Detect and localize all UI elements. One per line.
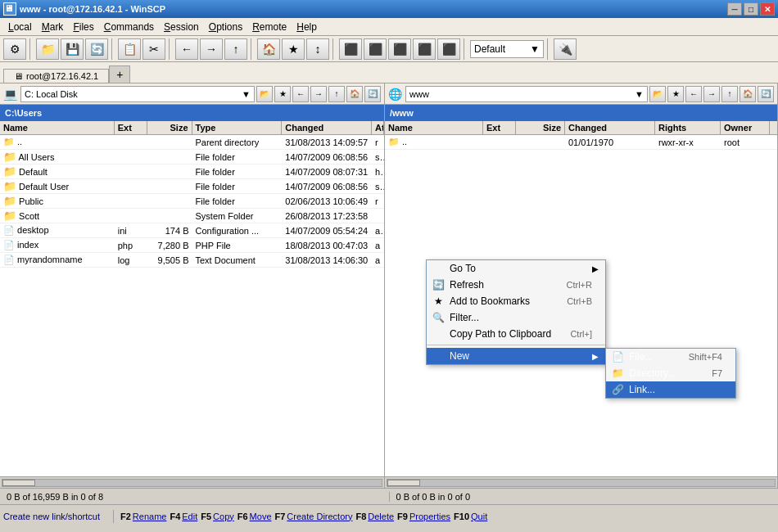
left-panel-refresh-btn[interactable]: 🔄 — [364, 86, 381, 102]
left-status: 0 B of 16,959 B in 0 of 8 — [0, 492, 390, 502]
refresh-icon: 🔄 — [432, 278, 445, 291]
left-file-row-public[interactable]: 📁 Public File folder 02/06/2013 10:06:49… — [0, 194, 384, 209]
ctx-copy-path[interactable]: Copy Path to Clipboard Ctrl+] — [427, 326, 605, 342]
toolbar-filter1[interactable]: ⬛ — [339, 38, 362, 60]
toolbar-move[interactable]: ✂ — [142, 38, 165, 60]
toolbar-open-dir[interactable]: 📁 — [36, 38, 59, 60]
f10-quit-btn[interactable]: F10 Quit — [454, 512, 487, 521]
left-scrollbar-thumb[interactable] — [2, 480, 35, 486]
left-file-list[interactable]: Name Ext Size Type Changed At 📁 .. Paren… — [0, 121, 384, 476]
toolbar-protocol-dropdown[interactable]: Default ▼ — [470, 40, 544, 58]
toolbar-copy[interactable]: 📋 — [118, 38, 141, 60]
left-file-row-scott[interactable]: 📁 Scott System Folder 26/08/2013 17:23:5… — [0, 209, 384, 223]
left-col-type[interactable]: Type — [192, 121, 283, 134]
toolbar-sort[interactable]: ↕ — [306, 38, 329, 60]
f5-copy-btn[interactable]: F5 Copy — [201, 512, 234, 521]
toolbar-home[interactable]: 🏠 — [257, 38, 280, 60]
toolbar-filter5[interactable]: ⬛ — [437, 38, 460, 60]
maximize-button[interactable]: □ — [744, 2, 758, 16]
left-file-row-parent[interactable]: 📁 .. Parent directory 31/08/2013 14:09:5… — [0, 135, 384, 150]
f4-edit-btn[interactable]: F4 Edit — [170, 512, 197, 521]
menu-mark[interactable]: Mark — [37, 20, 69, 34]
left-scrollbar-track[interactable] — [2, 479, 382, 487]
toolbar-filter4[interactable]: ⬛ — [413, 38, 436, 60]
right-panel-back-btn[interactable]: ← — [685, 86, 702, 102]
left-file-row-index-php[interactable]: 📄 index php 7,280 B PHP File 18/08/2013 … — [0, 238, 384, 253]
left-col-changed[interactable]: Changed — [282, 121, 372, 134]
left-col-ext[interactable]: Ext — [115, 121, 147, 134]
toolbar-filter2[interactable]: ⬛ — [364, 38, 387, 60]
ctx-refresh[interactable]: 🔄 Refresh Ctrl+R — [427, 277, 605, 293]
left-panel-bookmark-btn[interactable]: ★ — [274, 86, 291, 102]
left-file-row-myrandomname-log[interactable]: 📄 myrandomname log 9,505 B Text Document… — [0, 253, 384, 268]
toolbar-bookmark[interactable]: ★ — [282, 38, 305, 60]
ctx-bookmarks[interactable]: ★ Add to Bookmarks Ctrl+B — [427, 293, 605, 309]
toolbar-back[interactable]: ← — [175, 38, 198, 60]
f8-delete-btn[interactable]: F8 Delete — [355, 512, 394, 521]
right-panel-home-btn[interactable]: 🏠 — [740, 86, 756, 102]
left-file-row-desktop-ini[interactable]: 📄 desktop ini 174 B Configuration ... 14… — [0, 223, 384, 238]
right-panel-path-dropdown[interactable]: www ▼ — [405, 86, 648, 102]
right-col-owner[interactable]: Owner — [721, 121, 770, 134]
toolbar-save[interactable]: 💾 — [61, 38, 84, 60]
menu-session[interactable]: Session — [159, 20, 204, 34]
right-panel-open-btn[interactable]: 📂 — [649, 86, 666, 102]
left-panel-forward-btn[interactable]: → — [310, 86, 327, 102]
left-file-row-allusers[interactable]: 📁 All Users File folder 14/07/2009 06:08… — [0, 150, 384, 165]
menu-help[interactable]: Help — [292, 20, 322, 34]
right-panel-refresh-btn[interactable]: 🔄 — [758, 86, 774, 102]
right-file-row-parent[interactable]: 📁 .. 01/01/1970 rwxr-xr-x root — [385, 135, 777, 150]
left-file-list-content: 📁 .. Parent directory 31/08/2013 14:09:5… — [0, 135, 384, 472]
right-col-size[interactable]: Size — [516, 121, 565, 134]
left-panel-home-btn[interactable]: 🏠 — [346, 86, 363, 102]
tab-session-1[interactable]: 🖥 root@172.16.42.1 — [3, 69, 109, 83]
ctx-new[interactable]: New 📄 File... Shift+F4 📁 Directory... F7… — [427, 348, 605, 364]
menu-local[interactable]: Local — [3, 20, 37, 34]
right-col-name[interactable]: Name — [385, 121, 483, 134]
right-col-rights[interactable]: Rights — [655, 121, 721, 134]
menu-options[interactable]: Options — [204, 20, 247, 34]
left-col-name[interactable]: Name — [0, 121, 115, 134]
right-col-ext[interactable]: Ext — [483, 121, 516, 134]
f7-createdir-btn[interactable]: F7 Create Directory — [275, 512, 353, 521]
left-file-row-default[interactable]: 📁 Default File folder 14/07/2009 08:07:3… — [0, 165, 384, 179]
left-panel-path-dropdown[interactable]: C: Local Disk ▼ — [20, 86, 255, 102]
menu-commands[interactable]: Commands — [99, 20, 159, 34]
toolbar-refresh[interactable]: 🔄 — [85, 38, 108, 60]
toolbar-filter3[interactable]: ⬛ — [388, 38, 411, 60]
left-col-attr[interactable]: At — [372, 121, 384, 134]
tab-add-button[interactable]: + — [109, 65, 130, 83]
left-panel-back-btn[interactable]: ← — [292, 86, 309, 102]
f2-rename-btn[interactable]: F2 Rename — [120, 512, 166, 521]
left-panel-open-btn[interactable]: 📂 — [256, 86, 273, 102]
left-scrollbar[interactable] — [0, 476, 384, 488]
left-col-size[interactable]: Size — [147, 121, 192, 134]
close-button[interactable]: ✕ — [760, 2, 775, 16]
right-col-changed[interactable]: Changed — [565, 121, 655, 134]
right-panel-up-btn[interactable]: ↑ — [721, 86, 738, 102]
minimize-button[interactable]: ─ — [727, 2, 742, 16]
submenu-new-directory[interactable]: 📁 Directory... F7 — [606, 365, 735, 381]
toolbar-up[interactable]: ↑ — [224, 38, 247, 60]
right-panel-forward-btn[interactable]: → — [703, 86, 720, 102]
submenu-new-file[interactable]: 📄 File... Shift+F4 — [606, 349, 735, 365]
ctx-goto[interactable]: Go To — [427, 260, 605, 277]
f6-move-btn[interactable]: F6 Move — [237, 512, 272, 521]
left-panel-up-btn[interactable]: ↑ — [328, 86, 345, 102]
bottom-status-text: Create new link/shortcut — [3, 512, 100, 521]
f4-label: Edit — [182, 512, 197, 521]
right-scrollbar-thumb[interactable] — [387, 480, 420, 486]
left-file-row-defaultuser[interactable]: 📁 Default User File folder 14/07/2009 06… — [0, 179, 384, 194]
f9-properties-btn[interactable]: F9 Properties — [397, 512, 450, 521]
menu-remote[interactable]: Remote — [247, 20, 292, 34]
menu-files[interactable]: Files — [68, 20, 98, 34]
toolbar-settings[interactable]: ⚙ — [3, 38, 26, 60]
right-panel-bookmark-btn[interactable]: ★ — [667, 86, 684, 102]
bottom-toolbar: Create new link/shortcut F2 Rename F4 Ed… — [0, 504, 778, 527]
toolbar-connect[interactable]: 🔌 — [554, 38, 577, 60]
right-scrollbar-track[interactable] — [387, 479, 776, 487]
submenu-new-link[interactable]: 🔗 Link... — [606, 381, 735, 398]
right-scrollbar[interactable] — [385, 476, 777, 488]
ctx-filter[interactable]: 🔍 Filter... — [427, 309, 605, 326]
toolbar-forward[interactable]: → — [200, 38, 223, 60]
